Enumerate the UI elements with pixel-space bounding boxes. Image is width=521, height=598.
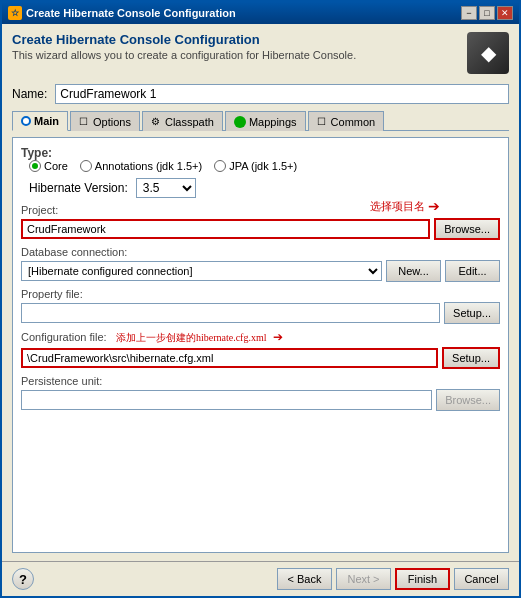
radio-core-circle — [29, 160, 41, 172]
project-input[interactable] — [21, 219, 430, 239]
version-row: Hibernate Version: 3.5 3.6 4.0 — [29, 178, 500, 198]
tab-common[interactable]: ☐ Common — [308, 111, 385, 131]
cancel-button[interactable]: Cancel — [454, 568, 509, 590]
project-annotation: 选择项目名 — [370, 199, 425, 214]
help-button[interactable]: ? — [12, 568, 34, 590]
minimize-button[interactable]: − — [461, 6, 477, 20]
tab-mappings-icon — [234, 116, 246, 128]
window-title: Create Hibernate Console Configuration — [26, 7, 236, 19]
property-label: Property file: — [21, 288, 500, 300]
tab-common-icon: ☐ — [317, 116, 326, 127]
tab-options-label: Options — [93, 116, 131, 128]
dialog-subtitle: This wizard allows you to create a confi… — [12, 49, 356, 61]
config-arrow: ➔ — [273, 330, 283, 344]
tab-options[interactable]: ☐ Options — [70, 111, 140, 131]
radio-annotations-circle — [80, 160, 92, 172]
property-input[interactable] — [21, 303, 440, 323]
dialog-title: Create Hibernate Console Configuration — [12, 32, 356, 47]
title-bar: ☆ Create Hibernate Console Configuration… — [2, 2, 519, 24]
tab-main[interactable]: Main — [12, 111, 68, 131]
tab-main-label: Main — [34, 115, 59, 127]
logo-icon: ◆ — [481, 41, 496, 65]
config-label: Configuration file: — [21, 331, 107, 343]
tab-classpath-icon: ⚙ — [151, 116, 160, 127]
project-arrow: ➔ — [428, 198, 440, 214]
main-window: ☆ Create Hibernate Console Configuration… — [0, 0, 521, 598]
config-input[interactable] — [21, 348, 438, 368]
persistence-input[interactable] — [21, 390, 432, 410]
project-browse-button[interactable]: Browse... — [434, 218, 500, 240]
config-annotation: 添加上一步创建的hibernate.cfg.xml — [116, 332, 267, 343]
project-annotation-container: 选择项目名 ➔ — [370, 198, 440, 214]
property-row: Setup... — [21, 302, 500, 324]
tab-classpath-label: Classpath — [165, 116, 214, 128]
persistence-row: Browse... — [21, 389, 500, 411]
radio-core[interactable]: Core — [29, 160, 68, 172]
tab-main-icon — [21, 116, 31, 126]
config-row: Setup... — [21, 347, 500, 369]
window-icon: ☆ — [8, 6, 22, 20]
tab-mappings[interactable]: Mappings — [225, 111, 306, 131]
close-button[interactable]: ✕ — [497, 6, 513, 20]
main-panel: Type: Core Annotations (jdk 1.5+) JPA (j… — [12, 137, 509, 553]
radio-jpa-circle — [214, 160, 226, 172]
finish-button[interactable]: Finish — [395, 568, 450, 590]
persistence-browse-button: Browse... — [436, 389, 500, 411]
tab-classpath[interactable]: ⚙ Classpath — [142, 111, 223, 131]
db-row: [Hibernate configured connection] New...… — [21, 260, 500, 282]
tab-mappings-label: Mappings — [249, 116, 297, 128]
dialog-logo: ◆ — [467, 32, 509, 74]
db-label: Database connection: — [21, 246, 500, 258]
nav-buttons: < Back Next > Finish Cancel — [277, 568, 509, 590]
tab-common-label: Common — [331, 116, 376, 128]
persistence-section: Persistence unit: Browse... — [21, 375, 500, 411]
name-row: Name: — [12, 84, 509, 104]
project-section: Project: Browse... 选择项目名 ➔ — [21, 204, 500, 240]
version-label: Hibernate Version: — [29, 181, 128, 195]
property-setup-button[interactable]: Setup... — [444, 302, 500, 324]
bottom-bar: ? < Back Next > Finish Cancel — [2, 561, 519, 596]
tab-options-icon: ☐ — [79, 116, 88, 127]
db-edit-button[interactable]: Edit... — [445, 260, 500, 282]
db-select[interactable]: [Hibernate configured connection] — [21, 261, 382, 281]
name-input[interactable] — [55, 84, 509, 104]
tabs-bar: Main ☐ Options ⚙ Classpath Mappings ☐ Co… — [12, 110, 509, 131]
type-row: Core Annotations (jdk 1.5+) JPA (jdk 1.5… — [29, 160, 500, 172]
dialog-content: Create Hibernate Console Configuration T… — [2, 24, 519, 561]
config-section: Configuration file: 添加上一步创建的hibernate.cf… — [21, 330, 500, 369]
db-section: Database connection: [Hibernate configur… — [21, 246, 500, 282]
type-section: Type: Core Annotations (jdk 1.5+) JPA (j… — [21, 146, 500, 172]
name-label: Name: — [12, 87, 47, 101]
project-row: Browse... 选择项目名 ➔ — [21, 218, 500, 240]
back-button[interactable]: < Back — [277, 568, 332, 590]
persistence-label: Persistence unit: — [21, 375, 500, 387]
dialog-header: Create Hibernate Console Configuration T… — [12, 32, 509, 78]
property-section: Property file: Setup... — [21, 288, 500, 324]
radio-jpa[interactable]: JPA (jdk 1.5+) — [214, 160, 297, 172]
config-label-container: Configuration file: 添加上一步创建的hibernate.cf… — [21, 330, 500, 345]
next-button: Next > — [336, 568, 391, 590]
version-select[interactable]: 3.5 3.6 4.0 — [136, 178, 196, 198]
config-setup-button[interactable]: Setup... — [442, 347, 500, 369]
maximize-button[interactable]: □ — [479, 6, 495, 20]
type-label: Type: — [21, 146, 52, 160]
radio-annotations[interactable]: Annotations (jdk 1.5+) — [80, 160, 202, 172]
db-new-button[interactable]: New... — [386, 260, 441, 282]
